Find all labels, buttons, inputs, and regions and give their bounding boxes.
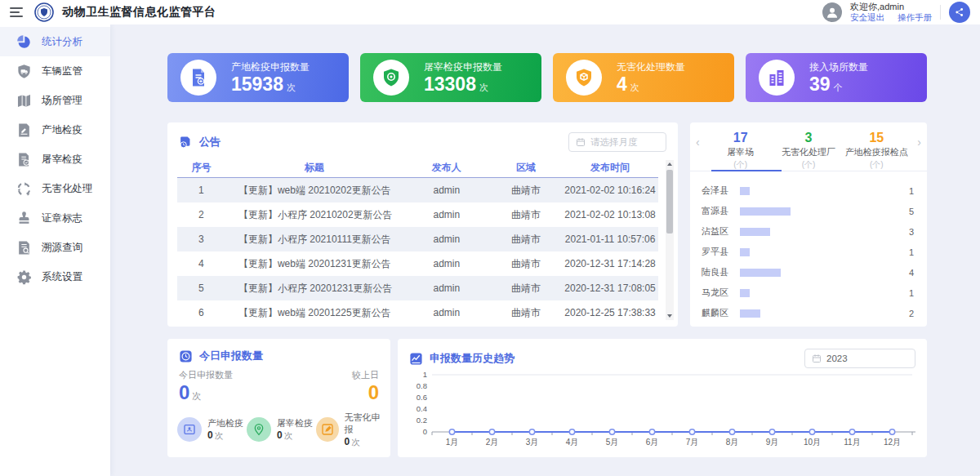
bar (740, 309, 760, 318)
table-cell: 2021-01-11 10:57:06 (562, 234, 658, 245)
certificate-icon (177, 417, 202, 442)
table-cell: 2020-12-31 17:14:28 (562, 258, 658, 269)
trend-chart-icon (409, 352, 423, 366)
announcement-row[interactable]: 2【更新】小程序 20210202更新公告admin曲靖市2021-02-02 … (177, 202, 658, 227)
share-button[interactable] (949, 2, 970, 23)
svg-text:6月: 6月 (646, 438, 659, 447)
sidebar-item-6[interactable]: 无害化处理 (0, 174, 110, 203)
stat-card-4[interactable]: 接入场所数量39个 (746, 53, 927, 102)
announcement-row[interactable]: 1【更新】web端 20210202更新公告admin曲靖市2021-02-02… (177, 178, 658, 202)
table-cell: 【更新】小程序 20210111更新公告 (225, 233, 403, 247)
stat-card-unit: 次 (479, 82, 488, 92)
calendar-icon (576, 137, 586, 147)
manual-link[interactable]: 操作手册 (898, 12, 932, 23)
sidebar-item-3[interactable]: 场所管理 (0, 86, 110, 115)
sidebar-item-4[interactable]: 产地检疫 (0, 115, 110, 145)
table-header-row: 序号标题发布人区域发布时间 (177, 158, 658, 178)
bar-value: 3 (902, 227, 914, 237)
bar-value: 1 (902, 247, 914, 257)
month-picker[interactable] (568, 132, 666, 152)
announcement-row[interactable]: 6【更新】web端 20201225更新公告admin曲靖市2020-12-25… (177, 300, 658, 322)
stat-card-2[interactable]: 屠宰检疫申报数量13308次 (360, 53, 541, 102)
svg-text:9月: 9月 (766, 438, 779, 447)
facility-tab-1[interactable]: 17屠宰场(个) (706, 131, 774, 171)
svg-text:1: 1 (423, 370, 427, 379)
stat-card-unit: 次 (630, 82, 639, 92)
sidebar-item-1[interactable]: 统计分析 (0, 27, 110, 56)
facility-tab-value: 15 (843, 131, 911, 145)
bar-value: 1 (902, 186, 914, 196)
today-panel-title: 今日申报数量 (199, 349, 263, 363)
today-count-label: 今日申报数量 (179, 369, 352, 381)
sidebar-item-5[interactable]: 屠宰检疫 (0, 145, 110, 174)
year-picker-input[interactable] (826, 354, 895, 363)
facility-tab-3[interactable]: 15产地检疫报检点(个) (843, 131, 911, 171)
table-cell: 【更新】小程序 20210202更新公告 (225, 208, 403, 222)
logout-link[interactable]: 安全退出 (850, 12, 884, 23)
welcome-text: 欢迎你,admin (850, 2, 932, 13)
mini-stat-unit: 次 (284, 430, 293, 440)
table-cell: 【更新】小程序 20201231更新公告 (225, 282, 403, 296)
announcement-row[interactable]: 3【更新】小程序 20210111更新公告admin曲靖市2021-01-11 … (177, 227, 658, 251)
bar-value: 5 (902, 207, 914, 216)
announcement-row[interactable]: 5【更新】小程序 20201231更新公告admin曲靖市2020-12-31 … (177, 276, 658, 300)
announcement-row[interactable]: 4【更新】web端 20201231更新公告admin曲靖市2020-12-31… (177, 251, 658, 276)
today-count-unit: 次 (192, 391, 201, 401)
table-cell: 6 (177, 307, 225, 318)
table-cell: admin (403, 258, 490, 269)
sidebar-item-8[interactable]: 溯源查询 (0, 233, 110, 262)
sidebar-item-7[interactable]: 证章标志 (0, 203, 110, 233)
menu-toggle-icon[interactable] (10, 5, 23, 20)
location-pin-icon (247, 417, 271, 442)
scroll-up-icon[interactable] (666, 160, 674, 168)
bar (740, 289, 750, 297)
scrollbar-thumb[interactable] (666, 170, 673, 234)
sidebar-item-label: 无害化处理 (42, 182, 93, 196)
today-declarations-panel: 今日申报数量 今日申报数量 0次 较上日 0 产地检疫0次屠宰检疫0次无害化申报… (167, 339, 390, 457)
svg-text:0.8: 0.8 (416, 381, 427, 390)
month-picker-input[interactable] (590, 137, 659, 147)
stat-card-label: 接入场所数量 (809, 60, 868, 74)
column-header: 序号 (177, 161, 225, 175)
header-divider (940, 5, 941, 20)
top-header: 动物卫生监督信息化监管平台 欢迎你,admin 安全退出 操作手册 (0, 0, 980, 24)
svg-text:0: 0 (423, 427, 427, 436)
prev-chevron-icon[interactable]: ‹ (696, 136, 700, 149)
table-cell: 2021-02-02 10:13:08 (562, 209, 658, 220)
column-header: 区域 (490, 161, 562, 175)
mini-stat-label: 屠宰检疫 (277, 417, 313, 429)
year-picker[interactable] (804, 349, 915, 368)
sidebar-item-9[interactable]: 系统设置 (0, 262, 110, 291)
svg-text:12月: 12月 (884, 438, 901, 447)
stat-card-label: 产地检疫申报数量 (231, 60, 310, 74)
sidebar-item-label: 场所管理 (42, 94, 82, 108)
svg-text:3月: 3月 (526, 438, 539, 447)
sidebar-item-2[interactable]: 车辆监管 (0, 56, 110, 86)
table-cell: 【更新】web端 20201225更新公告 (225, 306, 403, 320)
svg-text:1月: 1月 (446, 438, 459, 447)
stat-card-value: 39 (809, 73, 831, 95)
table-cell: admin (403, 234, 490, 245)
column-header: 发布人 (403, 161, 490, 175)
table-scrollbar[interactable] (666, 160, 674, 320)
mini-stat-value: 0 (207, 429, 213, 441)
scroll-down-icon[interactable] (666, 312, 674, 320)
bar-category-label: 会泽县 (702, 185, 740, 197)
bar-row: 陆良县4 (702, 262, 914, 282)
stat-card-3[interactable]: 无害化处理数量4次 (553, 53, 734, 102)
facility-tab-value: 3 (774, 131, 842, 145)
svg-text:0.4: 0.4 (416, 404, 427, 413)
facility-tab-label: 无害化处理厂 (774, 146, 842, 158)
table-cell: admin (403, 282, 490, 294)
next-chevron-icon[interactable]: › (917, 136, 921, 149)
sidebar-item-label: 系统设置 (42, 270, 82, 284)
table-cell: 4 (177, 258, 225, 269)
facility-tab-value: 17 (706, 131, 774, 145)
stat-card-1[interactable]: 产地检疫申报数量15938次 (167, 53, 349, 102)
mini-stat-value: 0 (277, 429, 283, 441)
facility-tab-2[interactable]: 3无害化处理厂(个) (774, 131, 842, 171)
bar (740, 248, 750, 256)
facility-stats-panel: ‹ › 17屠宰场(个)3无害化处理厂(个)15产地检疫报检点(个) 会泽县1富… (690, 122, 927, 327)
bar-row: 沾益区3 (702, 221, 914, 242)
facility-tab-label: 屠宰场 (706, 146, 774, 158)
